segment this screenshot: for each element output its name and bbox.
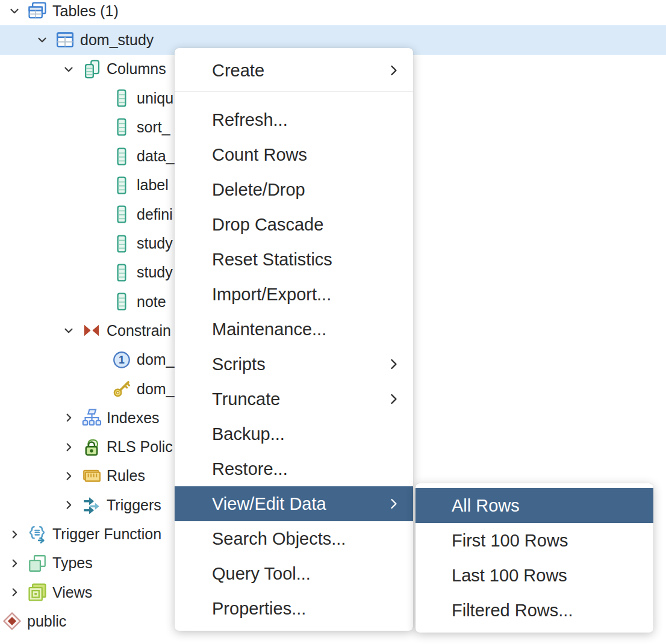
tree-item-label: Columns xyxy=(107,60,166,78)
tree-item-label: defini xyxy=(137,206,173,223)
menu-item-drop-cascade[interactable]: Drop Cascade xyxy=(175,207,413,242)
menu-item-properties[interactable]: Properties... xyxy=(175,591,413,626)
views-icon xyxy=(26,581,48,603)
tree-item-label: RLS Polic xyxy=(107,438,173,456)
submenu-arrow-icon xyxy=(387,357,401,371)
tree-item-label: note xyxy=(137,293,166,311)
column-icon xyxy=(111,116,132,138)
unique-constraint-icon: 1 xyxy=(111,349,132,371)
tree-item-label: dom_ xyxy=(137,380,175,398)
schema-icon xyxy=(1,610,23,632)
submenu-item-label: All Rows xyxy=(452,496,520,516)
chevron-right-icon[interactable] xyxy=(60,409,77,426)
menu-item-delete-drop[interactable]: Delete/Drop xyxy=(175,172,413,207)
column-icon xyxy=(111,291,132,312)
menu-item-scripts[interactable]: Scripts xyxy=(175,347,413,382)
trigger-functions-icon xyxy=(26,524,48,545)
menu-item-label: Search Objects... xyxy=(212,529,346,549)
menu-item-label: Drop Cascade xyxy=(212,215,323,235)
tree-item-label: study xyxy=(137,235,173,252)
tree-item-label: Views xyxy=(52,584,92,601)
menu-item-refresh[interactable]: Refresh... xyxy=(175,102,413,137)
indexes-icon xyxy=(81,407,102,429)
menu-item-label: Import/Export... xyxy=(212,285,331,305)
menu-item-label: Query Tool... xyxy=(212,564,311,584)
svg-text:1: 1 xyxy=(119,354,125,366)
menu-item-backup[interactable]: Backup... xyxy=(175,416,413,451)
menu-item-label: View/Edit Data xyxy=(212,494,326,514)
rules-icon xyxy=(81,465,102,487)
types-icon xyxy=(26,553,48,574)
submenu-item-label: First 100 Rows xyxy=(452,531,568,551)
triggers-icon xyxy=(81,494,102,516)
chevron-right-icon[interactable] xyxy=(6,555,23,572)
column-icon xyxy=(111,262,132,283)
menu-item-truncate[interactable]: Truncate xyxy=(175,382,413,416)
menu-item-label: Create xyxy=(212,61,264,81)
submenu-item-label: Last 100 Rows xyxy=(452,566,567,586)
tree-item-label: data_ xyxy=(137,147,175,165)
tree-row-tables-1[interactable]: Tables (1) xyxy=(0,0,666,25)
tree-item-label: label xyxy=(137,176,169,194)
constraints-icon xyxy=(81,320,102,341)
column-icon xyxy=(111,146,132,167)
tree-item-label: Trigger Function xyxy=(52,525,161,543)
menu-item-create[interactable]: Create xyxy=(175,53,413,88)
column-icon xyxy=(111,203,132,225)
submenu-item-first-100-rows[interactable]: First 100 Rows xyxy=(415,523,653,558)
submenu-item-all-rows[interactable]: All Rows xyxy=(415,488,653,523)
menu-item-label: Scripts xyxy=(212,355,266,374)
tree-item-label: study xyxy=(137,264,173,281)
submenu-item-label: Filtered Rows... xyxy=(452,601,573,621)
submenu-item-filtered-rows[interactable]: Filtered Rows... xyxy=(415,593,653,628)
chevron-right-icon[interactable] xyxy=(60,468,77,485)
menu-item-reset-statistics[interactable]: Reset Statistics xyxy=(175,242,413,277)
tree-item-label: public xyxy=(27,613,66,630)
menu-item-label: Truncate xyxy=(212,389,280,409)
tree-item-label: sort_ xyxy=(137,119,170,136)
context-menu: CreateRefresh...Count RowsDelete/DropDro… xyxy=(175,48,413,631)
chevron-down-icon[interactable] xyxy=(6,2,23,19)
chevron-right-icon[interactable] xyxy=(6,584,23,601)
chevron-right-icon[interactable] xyxy=(60,439,77,456)
tree-item-label: Triggers xyxy=(107,497,161,514)
menu-item-label: Backup... xyxy=(212,424,285,444)
chevron-down-icon[interactable] xyxy=(60,322,77,339)
primary-key-icon xyxy=(111,378,132,400)
submenu-item-last-100-rows[interactable]: Last 100 Rows xyxy=(415,558,653,593)
submenu-arrow-icon xyxy=(387,497,401,511)
menu-item-label: Restore... xyxy=(212,459,288,479)
chevron-down-icon[interactable] xyxy=(34,31,51,48)
menu-item-label: Reset Statistics xyxy=(212,250,332,270)
view-edit-data-submenu: All RowsFirst 100 RowsLast 100 RowsFilte… xyxy=(415,483,653,633)
menu-item-view-edit-data[interactable]: View/Edit Data xyxy=(175,486,413,521)
columns-icon xyxy=(81,58,102,80)
table-icon xyxy=(54,29,76,51)
menu-item-query-tool[interactable]: Query Tool... xyxy=(175,556,413,591)
tree-item-label: Rules xyxy=(107,467,145,485)
menu-item-label: Delete/Drop xyxy=(212,180,305,200)
chevron-down-icon[interactable] xyxy=(60,61,77,78)
menu-item-restore[interactable]: Restore... xyxy=(175,451,413,486)
rls-policies-icon xyxy=(81,436,102,458)
menu-item-search-objects[interactable]: Search Objects... xyxy=(175,521,413,556)
tree-item-label: uniqu xyxy=(137,90,173,107)
column-icon xyxy=(111,87,132,109)
tree-item-label: Constrain xyxy=(107,322,171,339)
chevron-right-icon[interactable] xyxy=(60,497,77,513)
tree-item-label: Tables (1) xyxy=(52,2,119,20)
column-icon xyxy=(111,175,132,196)
chevron-right-icon[interactable] xyxy=(6,526,23,543)
menu-item-label: Maintenance... xyxy=(212,320,326,339)
menu-item-count-rows[interactable]: Count Rows xyxy=(175,137,413,172)
submenu-arrow-icon xyxy=(387,63,401,78)
tree-item-label: Types xyxy=(52,554,93,572)
menu-item-label: Properties... xyxy=(212,599,306,619)
menu-item-import-export[interactable]: Import/Export... xyxy=(175,277,413,312)
menu-item-maintenance[interactable]: Maintenance... xyxy=(175,312,413,347)
menu-separator xyxy=(175,91,413,92)
menu-item-label: Refresh... xyxy=(212,110,288,130)
submenu-arrow-icon xyxy=(387,392,401,406)
tree-item-label: Indexes xyxy=(107,409,160,427)
column-icon xyxy=(111,233,132,255)
